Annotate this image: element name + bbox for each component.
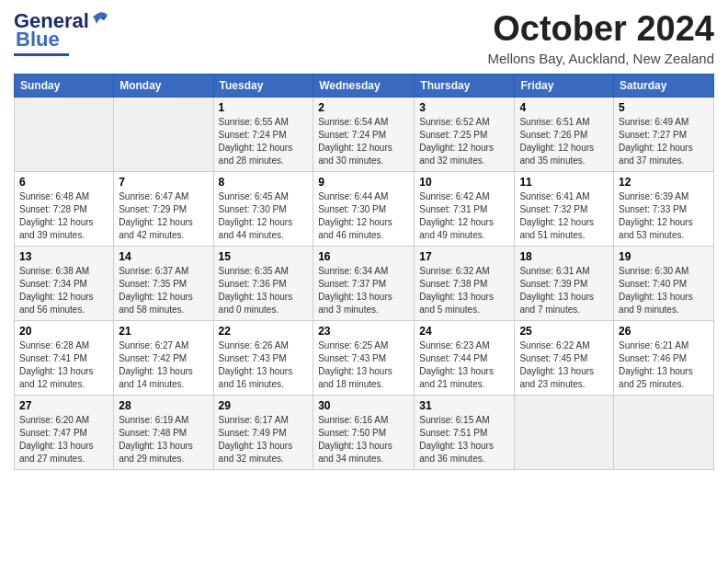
day-detail: Sunrise: 6:26 AM Sunset: 7:43 PM Dayligh… — [219, 339, 309, 391]
calendar-cell: 15Sunrise: 6:35 AM Sunset: 7:36 PM Dayli… — [213, 247, 313, 321]
day-detail: Sunrise: 6:44 AM Sunset: 7:30 PM Dayligh… — [318, 190, 409, 242]
calendar-cell: 18Sunrise: 6:31 AM Sunset: 7:39 PM Dayli… — [515, 247, 614, 321]
calendar-header: Sunday Monday Tuesday Wednesday Thursday… — [15, 75, 714, 98]
day-number: 9 — [318, 176, 409, 189]
day-number: 16 — [318, 250, 409, 263]
header-thursday: Thursday — [415, 75, 515, 98]
calendar-cell — [15, 98, 114, 172]
location: Mellons Bay, Auckland, New Zealand — [487, 51, 714, 66]
day-detail: Sunrise: 6:19 AM Sunset: 7:48 PM Dayligh… — [119, 414, 208, 465]
day-number: 12 — [619, 176, 709, 189]
day-detail: Sunrise: 6:38 AM Sunset: 7:34 PM Dayligh… — [19, 265, 108, 316]
calendar-cell: 22Sunrise: 6:26 AM Sunset: 7:43 PM Dayli… — [213, 321, 313, 396]
calendar-cell: 11Sunrise: 6:41 AM Sunset: 7:32 PM Dayli… — [515, 172, 614, 247]
day-detail: Sunrise: 6:17 AM Sunset: 7:49 PM Dayligh… — [219, 414, 309, 465]
day-detail: Sunrise: 6:41 AM Sunset: 7:32 PM Dayligh… — [519, 190, 609, 242]
calendar-cell — [515, 396, 614, 470]
day-number: 5 — [619, 101, 709, 114]
calendar-week-row: 27Sunrise: 6:20 AM Sunset: 7:47 PM Dayli… — [15, 396, 714, 470]
day-detail: Sunrise: 6:25 AM Sunset: 7:43 PM Dayligh… — [318, 339, 409, 391]
calendar-cell: 27Sunrise: 6:20 AM Sunset: 7:47 PM Dayli… — [15, 396, 114, 470]
day-detail: Sunrise: 6:52 AM Sunset: 7:25 PM Dayligh… — [419, 116, 509, 167]
day-number: 25 — [519, 325, 609, 338]
day-detail: Sunrise: 6:39 AM Sunset: 7:33 PM Dayligh… — [619, 190, 709, 242]
day-detail: Sunrise: 6:34 AM Sunset: 7:37 PM Dayligh… — [318, 265, 409, 316]
calendar-cell: 10Sunrise: 6:42 AM Sunset: 7:31 PM Dayli… — [415, 172, 515, 247]
calendar-week-row: 1Sunrise: 6:55 AM Sunset: 7:24 PM Daylig… — [15, 98, 714, 172]
calendar-cell: 5Sunrise: 6:49 AM Sunset: 7:27 PM Daylig… — [614, 98, 714, 172]
header-saturday: Saturday — [614, 75, 714, 98]
calendar-cell: 17Sunrise: 6:32 AM Sunset: 7:38 PM Dayli… — [415, 247, 515, 321]
day-number: 26 — [619, 325, 709, 338]
day-number: 19 — [619, 250, 709, 263]
calendar-cell — [614, 396, 714, 470]
calendar-cell: 14Sunrise: 6:37 AM Sunset: 7:35 PM Dayli… — [114, 247, 213, 321]
day-number: 24 — [419, 325, 509, 338]
day-detail: Sunrise: 6:28 AM Sunset: 7:41 PM Dayligh… — [19, 339, 108, 391]
day-number: 3 — [419, 101, 509, 114]
calendar-cell: 30Sunrise: 6:16 AM Sunset: 7:50 PM Dayli… — [313, 396, 415, 470]
calendar-cell: 19Sunrise: 6:30 AM Sunset: 7:40 PM Dayli… — [614, 247, 714, 321]
day-number: 8 — [219, 176, 309, 189]
day-detail: Sunrise: 6:54 AM Sunset: 7:24 PM Dayligh… — [318, 116, 409, 167]
header-friday: Friday — [515, 75, 614, 98]
weekday-header-row: Sunday Monday Tuesday Wednesday Thursday… — [15, 75, 714, 98]
day-number: 14 — [119, 250, 208, 263]
day-detail: Sunrise: 6:32 AM Sunset: 7:38 PM Dayligh… — [419, 265, 509, 316]
day-number: 29 — [219, 399, 309, 412]
day-number: 28 — [119, 399, 208, 412]
calendar-cell: 25Sunrise: 6:22 AM Sunset: 7:45 PM Dayli… — [515, 321, 614, 396]
day-number: 10 — [419, 176, 509, 189]
day-detail: Sunrise: 6:55 AM Sunset: 7:24 PM Dayligh… — [219, 116, 309, 167]
calendar-cell: 28Sunrise: 6:19 AM Sunset: 7:48 PM Dayli… — [114, 396, 213, 470]
calendar-cell: 9Sunrise: 6:44 AM Sunset: 7:30 PM Daylig… — [313, 172, 415, 247]
calendar-cell: 6Sunrise: 6:48 AM Sunset: 7:28 PM Daylig… — [15, 172, 114, 247]
day-number: 27 — [19, 399, 108, 412]
day-number: 6 — [19, 176, 108, 189]
day-number: 15 — [219, 250, 309, 263]
day-number: 23 — [318, 325, 409, 338]
calendar-cell: 7Sunrise: 6:47 AM Sunset: 7:29 PM Daylig… — [114, 172, 213, 247]
calendar-cell: 4Sunrise: 6:51 AM Sunset: 7:26 PM Daylig… — [515, 98, 614, 172]
day-detail: Sunrise: 6:42 AM Sunset: 7:31 PM Dayligh… — [419, 190, 509, 242]
day-detail: Sunrise: 6:15 AM Sunset: 7:51 PM Dayligh… — [419, 414, 509, 465]
day-detail: Sunrise: 6:51 AM Sunset: 7:26 PM Dayligh… — [519, 116, 609, 167]
day-number: 31 — [419, 399, 509, 412]
calendar-cell: 23Sunrise: 6:25 AM Sunset: 7:43 PM Dayli… — [313, 321, 415, 396]
day-detail: Sunrise: 6:48 AM Sunset: 7:28 PM Dayligh… — [19, 190, 108, 242]
day-number: 4 — [519, 101, 609, 114]
day-detail: Sunrise: 6:20 AM Sunset: 7:47 PM Dayligh… — [19, 414, 108, 465]
header-sunday: Sunday — [15, 75, 114, 98]
day-detail: Sunrise: 6:31 AM Sunset: 7:39 PM Dayligh… — [519, 265, 609, 316]
calendar-cell: 20Sunrise: 6:28 AM Sunset: 7:41 PM Dayli… — [15, 321, 114, 396]
header-monday: Monday — [114, 75, 213, 98]
day-number: 17 — [419, 250, 509, 263]
day-number: 20 — [19, 325, 108, 338]
day-detail: Sunrise: 6:37 AM Sunset: 7:35 PM Dayligh… — [119, 265, 208, 316]
header-wednesday: Wednesday — [313, 75, 415, 98]
calendar-cell: 29Sunrise: 6:17 AM Sunset: 7:49 PM Dayli… — [213, 396, 313, 470]
page-header: General Blue October 2024 Mellons Bay, A… — [14, 9, 714, 66]
day-detail: Sunrise: 6:27 AM Sunset: 7:42 PM Dayligh… — [119, 339, 208, 391]
day-detail: Sunrise: 6:47 AM Sunset: 7:29 PM Dayligh… — [119, 190, 208, 242]
day-number: 13 — [19, 250, 108, 263]
day-detail: Sunrise: 6:23 AM Sunset: 7:44 PM Dayligh… — [419, 339, 509, 391]
calendar-cell: 31Sunrise: 6:15 AM Sunset: 7:51 PM Dayli… — [415, 396, 515, 470]
calendar-cell: 13Sunrise: 6:38 AM Sunset: 7:34 PM Dayli… — [15, 247, 114, 321]
day-detail: Sunrise: 6:16 AM Sunset: 7:50 PM Dayligh… — [318, 414, 409, 465]
logo-blue-text: Blue — [14, 28, 60, 52]
logo-bird-icon — [91, 11, 111, 28]
calendar-cell: 12Sunrise: 6:39 AM Sunset: 7:33 PM Dayli… — [614, 172, 714, 247]
calendar-cell: 26Sunrise: 6:21 AM Sunset: 7:46 PM Dayli… — [614, 321, 714, 396]
calendar-body: 1Sunrise: 6:55 AM Sunset: 7:24 PM Daylig… — [15, 98, 714, 470]
logo-underline — [14, 53, 69, 56]
logo: General Blue — [14, 9, 111, 56]
day-number: 2 — [318, 101, 409, 114]
day-detail: Sunrise: 6:21 AM Sunset: 7:46 PM Dayligh… — [619, 339, 709, 391]
day-number: 22 — [219, 325, 309, 338]
calendar-cell: 21Sunrise: 6:27 AM Sunset: 7:42 PM Dayli… — [114, 321, 213, 396]
day-number: 1 — [219, 101, 309, 114]
day-detail: Sunrise: 6:35 AM Sunset: 7:36 PM Dayligh… — [219, 265, 309, 316]
calendar-cell: 24Sunrise: 6:23 AM Sunset: 7:44 PM Dayli… — [415, 321, 515, 396]
title-area: October 2024 Mellons Bay, Auckland, New … — [487, 9, 714, 66]
